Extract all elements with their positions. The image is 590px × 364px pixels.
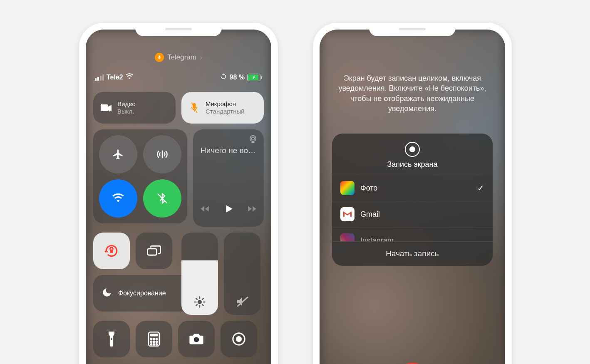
svg-point-16 [156, 344, 157, 345]
svg-point-10 [156, 338, 157, 339]
svg-point-4 [198, 300, 202, 304]
svg-point-19 [236, 336, 242, 342]
svg-point-17 [194, 337, 199, 342]
screen-record-button[interactable] [221, 321, 257, 357]
svg-rect-2 [110, 250, 113, 253]
sheet-header: Запись экрана [332, 134, 493, 175]
media-next-button[interactable] [247, 203, 258, 216]
sync-icon [220, 73, 227, 82]
record-notice-text: Экран будет записан целиком, включая уве… [332, 73, 493, 114]
svg-point-12 [153, 341, 154, 342]
instagram-app-icon [340, 233, 354, 241]
chevron-right-icon: › [200, 53, 202, 62]
video-title: Видео [117, 100, 136, 108]
facetime-video-tile[interactable]: ВидеоВыкл. [93, 92, 176, 124]
camera-button[interactable] [178, 321, 215, 357]
app-name: Instagram [360, 236, 394, 242]
svg-point-14 [151, 344, 152, 345]
app-name: Gmail [360, 210, 380, 219]
connectivity-group [93, 129, 187, 223]
phone-screen-record-sheet: Экран будет записан целиком, включая уве… [313, 23, 512, 364]
brightness-icon [193, 296, 206, 308]
wifi-toggle[interactable] [99, 179, 137, 218]
phone-control-center: Telegram › Tele2 98 % ⚡︎ [79, 23, 278, 364]
focus-label: Фокуси­рование [118, 290, 166, 297]
video-sub: Выкл. [117, 108, 136, 115]
screen-left: Telegram › Tele2 98 % ⚡︎ [86, 30, 271, 364]
status-bar: Tele2 98 % ⚡︎ [95, 73, 262, 82]
battery-pct: 98 % [230, 74, 245, 81]
flashlight-button[interactable] [93, 321, 130, 357]
video-off-icon [100, 103, 112, 112]
cellular-signal-icon [95, 74, 104, 81]
svg-point-1 [252, 137, 255, 140]
svg-point-5 [111, 338, 112, 340]
broadcast-app-list: Фото ✓ Gmail Instagram [332, 175, 493, 241]
mic-icon [188, 102, 201, 113]
svg-rect-7 [150, 334, 158, 336]
svg-point-0 [250, 136, 256, 141]
check-icon: ✓ [477, 183, 484, 193]
record-sheet: Запись экрана Фото ✓ Gmail Instagram [332, 134, 493, 266]
gmail-app-icon [340, 207, 354, 221]
record-icon [405, 142, 420, 157]
active-app-name: Telegram [167, 53, 196, 62]
screen-mirroring-button[interactable] [136, 233, 172, 269]
mic-indicator-icon [155, 53, 164, 62]
cellular-data-toggle[interactable] [143, 135, 181, 173]
carrier-label: Tele2 [107, 74, 123, 81]
app-name: Фото [360, 184, 377, 193]
focus-mode-button[interactable]: Фокуси­рование [93, 275, 192, 312]
orientation-lock-toggle[interactable] [93, 233, 130, 269]
svg-rect-3 [148, 249, 157, 255]
media-controls[interactable]: Ничего не во… [193, 129, 264, 227]
bluetooth-toggle[interactable] [143, 179, 181, 218]
volume-slider[interactable] [224, 233, 260, 315]
start-recording-button[interactable]: Начать запись [332, 241, 493, 266]
media-title: Ничего не во… [201, 146, 256, 155]
airplane-mode-toggle[interactable] [99, 135, 137, 173]
svg-point-13 [156, 341, 157, 342]
svg-point-15 [153, 344, 154, 345]
phone-notch [135, 23, 222, 36]
broadcast-app-instagram[interactable]: Instagram [332, 227, 493, 241]
calculator-button[interactable] [136, 321, 172, 357]
wifi-icon [126, 73, 133, 82]
media-prev-button[interactable] [199, 203, 210, 216]
media-play-button[interactable] [223, 203, 234, 216]
svg-point-8 [151, 338, 152, 339]
facetime-mic-tile[interactable]: МикрофонСтандартный [181, 92, 264, 124]
mic-title: Микрофон [206, 100, 245, 108]
screen-right: Экран будет записан целиком, включая уве… [320, 30, 505, 364]
broadcast-app-photos[interactable]: Фото ✓ [332, 175, 493, 201]
svg-point-11 [151, 341, 152, 342]
airplay-icon[interactable] [248, 134, 258, 146]
moon-icon [102, 287, 112, 300]
battery-icon: ⚡︎ [247, 74, 262, 81]
brightness-slider[interactable] [181, 233, 218, 315]
sheet-title: Запись экрана [332, 160, 493, 169]
stage: Telegram › Tele2 98 % ⚡︎ [0, 0, 590, 364]
mic-sub: Стандартный [206, 108, 245, 115]
phone-notch [369, 23, 456, 36]
volume-mute-icon [236, 295, 249, 308]
active-app-pill[interactable]: Telegram › [155, 53, 202, 62]
broadcast-app-gmail[interactable]: Gmail [332, 201, 493, 227]
photos-app-icon [340, 181, 354, 195]
svg-point-9 [153, 338, 154, 339]
